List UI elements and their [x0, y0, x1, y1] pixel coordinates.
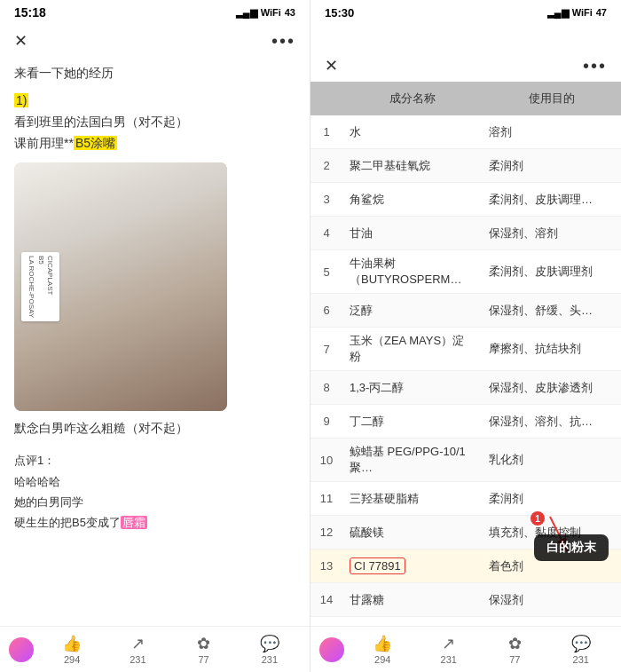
ci-box: CI 77891 [350, 557, 405, 574]
comment-line3: 硬生生的把B5变成了唇霜 [14, 512, 295, 533]
cell-purpose: 填充剂、黏度控制 [482, 519, 621, 546]
cell-name: 甘露糖 [342, 587, 482, 613]
comment-section: 点评1： 哈哈哈哈 她的白男同学 硬生生的把B5变成了唇霜 [14, 450, 295, 534]
table-row: 4甘油保湿剂、溶剂 [310, 217, 621, 250]
cell-num: 6 [310, 298, 342, 322]
table-row: 9丁二醇保湿剂、溶剂、抗… [310, 405, 621, 439]
cell-name: 丁二醇 [342, 408, 482, 435]
cell-purpose: 保湿剂 [482, 587, 621, 613]
left-share-button[interactable]: ↗ 231 [106, 634, 169, 665]
wifi-icon: WiFi [261, 7, 281, 18]
post-body: 1) 看到班里的法国白男（对不起） 课前用理**B5涂嘴 [14, 91, 295, 154]
cell-num: 7 [310, 337, 342, 361]
cell-purpose: 溶剂 [482, 119, 621, 146]
table-row: 13CI 77891着色剂 [310, 549, 621, 583]
right-wifi-icon: WiFi [572, 7, 593, 18]
right-battery-icon: 47 [596, 7, 607, 18]
post-image: CICAPLASTB5LA ROCHE-POSAY [14, 162, 227, 411]
table-row: 11三羟基硬脂精柔润剂 [310, 482, 621, 516]
cell-name: 牛油果树（BUTYROSPERM… [342, 250, 482, 293]
cell-purpose: 柔润剂 [482, 486, 621, 512]
cell-purpose: 保湿剂、溶剂 [482, 220, 621, 247]
share-icon: ↗ [131, 634, 145, 653]
left-close-button[interactable]: ✕ [14, 31, 28, 51]
right-star-icon: ✿ [508, 634, 522, 653]
right-bottom-bar: 👍 294 ↗ 231 ✿ 77 💬 231 [310, 626, 621, 672]
right-like-count: 294 [374, 654, 390, 665]
table-row: 15辛酰甘氨酸保湿剂、抗菌剂… [310, 617, 621, 626]
right-close-button[interactable]: ✕ [325, 56, 338, 75]
product-label: CICAPLASTB5LA ROCHE-POSAY [21, 252, 59, 321]
left-content: 来看一下她的经历 1) 看到班里的法国白男（对不起） 课前用理**B5涂嘴 CI… [0, 57, 310, 626]
cell-num: 10 [310, 448, 342, 472]
cell-purpose: 柔润剂、皮肤调理… [482, 186, 621, 213]
table-row: 2聚二甲基硅氧烷柔润剂 [310, 149, 621, 183]
cell-num: 2 [310, 154, 342, 178]
cell-purpose: 保湿剂、抗菌剂… [482, 621, 621, 627]
comment-line2: 她的白男同学 [14, 492, 295, 512]
right-comment-button[interactable]: 💬 231 [550, 634, 613, 665]
cell-num: 1 [310, 120, 342, 144]
left-bottom-bar: 👍 294 ↗ 231 ✿ 77 💬 231 [0, 626, 310, 672]
post-line3-prefix: 课前用理** [14, 136, 74, 150]
right-like-icon: 👍 [373, 634, 392, 653]
right-star-button[interactable]: ✿ 77 [483, 634, 546, 665]
left-comment-button[interactable]: 💬 231 [239, 634, 301, 665]
right-panel: 15:30 ▂▄▆ WiFi 47 ✕ ••• 成分名称 使用目的 1水溶剂2聚… [310, 0, 621, 672]
cell-purpose: 保湿剂、溶剂、抗… [482, 408, 621, 435]
right-share-button[interactable]: ↗ 231 [418, 634, 481, 665]
cell-name: 1,3-丙二醇 [342, 375, 482, 401]
cell-purpose: 摩擦剂、抗结块剂 [482, 336, 621, 362]
comment-line3-prefix: 硬生生的把B5变成了 [14, 516, 121, 529]
header-name: 成分名称 [342, 89, 482, 108]
left-more-button[interactable]: ••• [271, 31, 295, 51]
comment-line1: 哈哈哈哈 [14, 471, 295, 492]
right-status-bar: 15:30 ▂▄▆ WiFi 47 [310, 0, 621, 25]
cell-name: 水 [342, 119, 482, 146]
right-comment-count: 231 [573, 654, 589, 665]
post-caption: 默念白男咋这么粗糙（对不起） [14, 418, 295, 439]
comment-count: 231 [262, 654, 278, 665]
like-count: 294 [64, 654, 80, 665]
left-like-button[interactable]: 👍 294 [41, 634, 103, 665]
right-share-count: 231 [441, 654, 457, 665]
left-status-bar: 15:18 ▂▄▆ WiFi 43 [0, 0, 310, 25]
right-time: 15:30 [325, 6, 354, 20]
left-star-button[interactable]: ✿ 77 [173, 634, 235, 665]
cell-purpose: 柔润剂 [482, 153, 621, 179]
left-user-avatar [9, 637, 34, 662]
cell-purpose: 保湿剂、皮肤渗透剂 [482, 375, 621, 401]
cell-num: 5 [310, 260, 342, 284]
cell-name: 硫酸镁 [342, 519, 482, 546]
header-purpose: 使用目的 [482, 89, 621, 108]
table-row: 10鲸蜡基 PEG/PPG-10/1 聚…乳化剂 [310, 439, 621, 482]
right-more-button[interactable]: ••• [583, 56, 607, 76]
right-top-bar: ✕ ••• [310, 50, 621, 82]
cell-name: CI 77891 [342, 552, 482, 580]
table-row: 81,3-丙二醇保湿剂、皮肤渗透剂 [310, 371, 621, 405]
cell-name: 鲸蜡基 PEG/PPG-10/1 聚… [342, 439, 482, 481]
cell-num: 14 [310, 588, 342, 612]
cell-num: 15 [310, 621, 342, 626]
table-row: 3角鲨烷柔润剂、皮肤调理… [310, 183, 621, 217]
star-count: 77 [199, 654, 209, 665]
cell-name: 三羟基硬脂精 [342, 486, 482, 512]
cell-name: 聚二甲基硅氧烷 [342, 153, 482, 179]
table-row: 14甘露糖保湿剂 [310, 583, 621, 617]
right-signal-icon: ▂▄▆ [547, 7, 569, 19]
ingredient-table: 成分名称 使用目的 1水溶剂2聚二甲基硅氧烷柔润剂3角鲨烷柔润剂、皮肤调理…4甘… [310, 82, 621, 626]
cell-num: 12 [310, 520, 342, 544]
post-b5-highlight: B5涂嘴 [74, 136, 117, 150]
table-row: 7玉米（ZEA MAYS）淀粉摩擦剂、抗结块剂 [310, 328, 621, 371]
cell-purpose: 柔润剂、皮肤调理剂 [482, 258, 621, 285]
cell-num: 11 [310, 486, 342, 510]
right-status-icons: ▂▄▆ WiFi 47 [547, 7, 607, 19]
share-count: 231 [130, 654, 145, 665]
cell-num: 4 [310, 221, 342, 245]
comment-label: 点评1： [14, 450, 295, 470]
table-row: 1水溶剂 [310, 115, 621, 149]
right-comment-icon: 💬 [571, 634, 591, 653]
like-icon: 👍 [62, 634, 82, 653]
comment-lip-cream-highlight: 唇霜 [121, 516, 147, 529]
right-like-button[interactable]: 👍 294 [351, 634, 414, 665]
